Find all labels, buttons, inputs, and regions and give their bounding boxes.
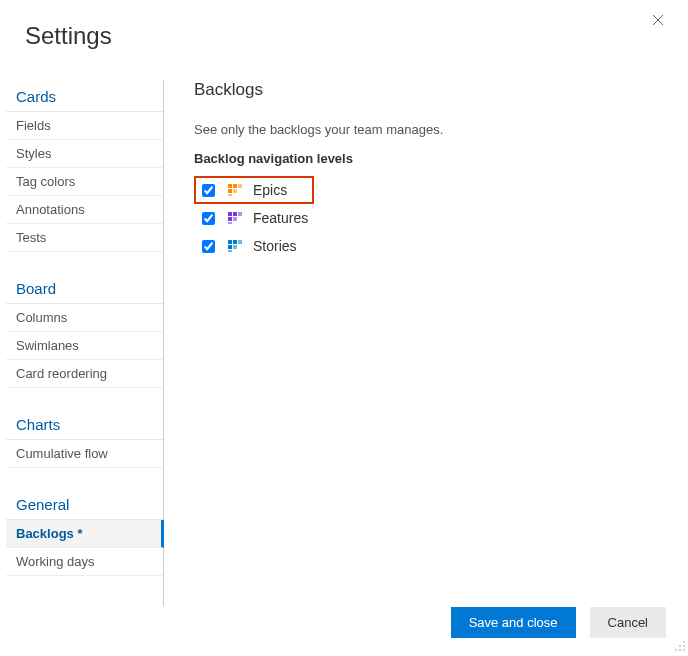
svg-rect-10 <box>233 217 237 221</box>
backlog-level-icon <box>227 210 243 226</box>
svg-point-23 <box>683 649 685 651</box>
sidebar-item-swimlanes[interactable]: Swimlanes <box>6 332 163 360</box>
svg-rect-2 <box>238 184 242 188</box>
svg-rect-13 <box>233 240 237 244</box>
svg-rect-15 <box>228 245 232 249</box>
svg-point-22 <box>679 649 681 651</box>
sidebar-section-header: Charts <box>6 408 163 440</box>
svg-point-19 <box>679 645 681 647</box>
page-title: Settings <box>0 0 688 50</box>
footer: Save and close Cancel <box>451 607 666 638</box>
sidebar-section-header: General <box>6 488 163 520</box>
sidebar-item-backlogs[interactable]: Backlogs * <box>6 520 164 548</box>
level-features-checkbox[interactable] <box>202 212 215 225</box>
sidebar-item-working-days[interactable]: Working days <box>6 548 163 576</box>
svg-rect-3 <box>228 189 232 193</box>
sidebar-item-tag-colors[interactable]: Tag colors <box>6 168 163 196</box>
main-panel: Backlogs See only the backlogs your team… <box>164 80 688 606</box>
sidebar-item-styles[interactable]: Styles <box>6 140 163 168</box>
svg-rect-7 <box>233 212 237 216</box>
svg-rect-14 <box>238 240 242 244</box>
sidebar-section-header: Cards <box>6 80 163 112</box>
backlog-level-icon <box>227 238 243 254</box>
svg-rect-5 <box>228 194 232 196</box>
svg-rect-17 <box>228 250 232 252</box>
backlog-level-icon <box>227 182 243 198</box>
resize-grip[interactable] <box>672 640 686 654</box>
sidebar-item-annotations[interactable]: Annotations <box>6 196 163 224</box>
level-epics-checkbox[interactable] <box>202 184 215 197</box>
level-stories-checkbox[interactable] <box>202 240 215 253</box>
sidebar-section-header: Board <box>6 272 163 304</box>
levels-subheading: Backlog navigation levels <box>194 151 678 166</box>
level-stories-label: Stories <box>253 238 297 254</box>
svg-rect-12 <box>228 240 232 244</box>
sidebar-item-columns[interactable]: Columns <box>6 304 163 332</box>
svg-rect-4 <box>233 189 237 193</box>
close-icon <box>652 14 664 26</box>
svg-rect-0 <box>228 184 232 188</box>
sidebar: CardsFieldsStylesTag colorsAnnotationsTe… <box>6 80 164 606</box>
save-and-close-button[interactable]: Save and close <box>451 607 576 638</box>
main-description: See only the backlogs your team manages. <box>194 122 678 137</box>
main-title: Backlogs <box>194 80 678 100</box>
sidebar-item-card-reordering[interactable]: Card reordering <box>6 360 163 388</box>
levels-list: Epics Features Stories <box>194 176 678 260</box>
svg-rect-9 <box>228 217 232 221</box>
level-epics: Epics <box>194 176 314 204</box>
sidebar-item-cumulative-flow[interactable]: Cumulative flow <box>6 440 163 468</box>
svg-rect-11 <box>228 222 232 224</box>
sidebar-item-tests[interactable]: Tests <box>6 224 163 252</box>
level-features-label: Features <box>253 210 308 226</box>
svg-point-21 <box>675 649 677 651</box>
svg-rect-16 <box>233 245 237 249</box>
close-button[interactable] <box>648 10 668 30</box>
svg-point-18 <box>683 641 685 643</box>
svg-rect-6 <box>228 212 232 216</box>
level-stories: Stories <box>194 232 678 260</box>
svg-rect-8 <box>238 212 242 216</box>
cancel-button[interactable]: Cancel <box>590 607 666 638</box>
svg-point-20 <box>683 645 685 647</box>
sidebar-item-fields[interactable]: Fields <box>6 112 163 140</box>
level-features: Features <box>194 204 678 232</box>
level-epics-label: Epics <box>253 182 287 198</box>
svg-rect-1 <box>233 184 237 188</box>
